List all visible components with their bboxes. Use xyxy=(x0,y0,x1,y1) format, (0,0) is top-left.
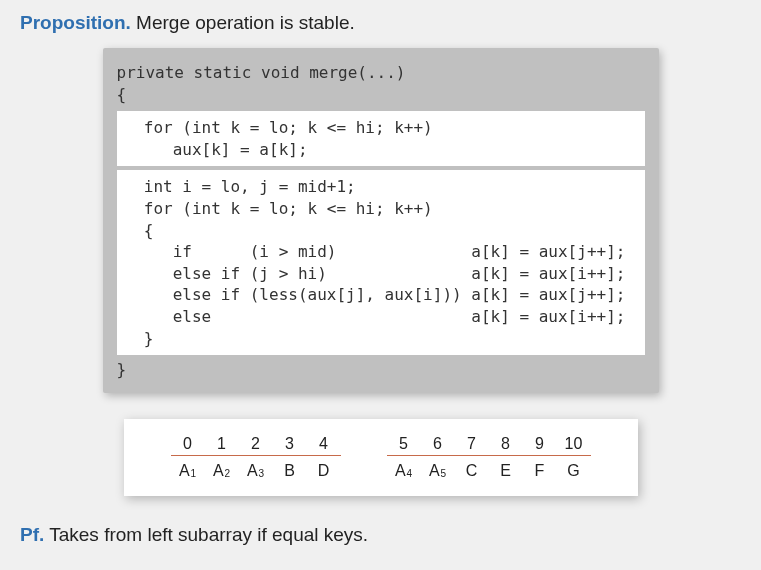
table-value-cell: A3 xyxy=(239,456,273,482)
table-index-cell: 10 xyxy=(557,433,591,455)
table-index-cell: 8 xyxy=(489,433,523,455)
table-value-cell: A5 xyxy=(421,456,455,482)
table-value-cell: D xyxy=(307,456,341,482)
code-signature: private static void merge(...) { xyxy=(103,58,659,107)
table-value-cell: E xyxy=(489,456,523,482)
left-subarray-table: 01234 A1A2A3BD xyxy=(171,433,341,482)
proposition-statement: Merge operation is stable. xyxy=(136,12,355,33)
code-copy-loop: for (int k = lo; k <= hi; k++) aux[k] = … xyxy=(117,111,645,166)
code-close-brace: } xyxy=(103,359,659,383)
proposition-headline: Proposition. Merge operation is stable. xyxy=(20,12,741,34)
table-index-cell: 5 xyxy=(387,433,421,455)
table-index-cell: 0 xyxy=(171,433,205,455)
table-index-cell: 2 xyxy=(239,433,273,455)
proof-label: Pf. xyxy=(20,524,44,545)
table-value-cell: A1 xyxy=(171,456,205,482)
table-value-cell: B xyxy=(273,456,307,482)
table-value-cell: G xyxy=(557,456,591,482)
code-merge-loop: int i = lo, j = mid+1; for (int k = lo; … xyxy=(117,170,645,355)
table-index-cell: 3 xyxy=(273,433,307,455)
proof-footline: Pf. Takes from left subarray if equal ke… xyxy=(20,524,741,546)
table-index-cell: 1 xyxy=(205,433,239,455)
right-value-row: A4A5CEFG xyxy=(387,456,591,482)
proof-text: Takes from left subarray if equal keys. xyxy=(49,524,368,545)
table-value-cell: F xyxy=(523,456,557,482)
code-block: private static void merge(...) { for (in… xyxy=(103,48,659,393)
right-subarray-table: 5678910 A4A5CEFG xyxy=(387,433,591,482)
table-value-cell: C xyxy=(455,456,489,482)
right-index-row: 5678910 xyxy=(387,433,591,456)
table-index-cell: 4 xyxy=(307,433,341,455)
left-index-row: 01234 xyxy=(171,433,341,456)
table-value-cell: A2 xyxy=(205,456,239,482)
table-index-cell: 6 xyxy=(421,433,455,455)
left-value-row: A1A2A3BD xyxy=(171,456,341,482)
table-index-cell: 7 xyxy=(455,433,489,455)
table-value-cell: A4 xyxy=(387,456,421,482)
subarray-tables: 01234 A1A2A3BD 5678910 A4A5CEFG xyxy=(124,419,638,496)
proposition-label: Proposition. xyxy=(20,12,131,33)
table-index-cell: 9 xyxy=(523,433,557,455)
